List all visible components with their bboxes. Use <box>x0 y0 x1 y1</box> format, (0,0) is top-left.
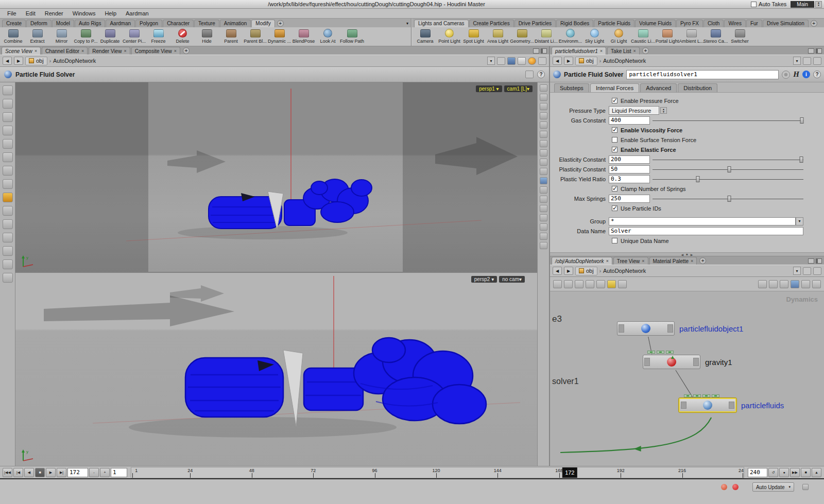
shelf-tab-polygon[interactable]: Polygon <box>135 20 162 27</box>
breadcrumb-current[interactable]: AutoDopNetwork <box>603 268 646 274</box>
node-name-label[interactable]: gravity1 <box>705 358 732 367</box>
node-name-label[interactable]: particlefluidobject1 <box>679 324 743 333</box>
tab-advanced[interactable]: Advanced <box>640 83 677 92</box>
shelf-tab-modify[interactable]: Modify <box>251 20 274 27</box>
lighting-icon[interactable] <box>540 223 547 231</box>
display-options-icon[interactable] <box>540 242 547 249</box>
shelf-tool-follow-path[interactable]: Follow Path <box>340 27 364 45</box>
node-name-label[interactable]: particlefluids <box>741 401 784 410</box>
shelf-tool-ambient-light[interactable]: Ambient L... <box>679 27 703 45</box>
close-tab-icon[interactable]: × <box>606 258 609 264</box>
take-selector[interactable]: Main <box>791 1 814 8</box>
breadcrumb-current[interactable]: AutoDopNetwork <box>603 58 646 64</box>
shelf-tool-combine[interactable]: Combine <box>1 27 25 45</box>
shelf-tool-stereo-camera[interactable]: Stereo Ca... <box>703 27 728 45</box>
color-palette-icon[interactable] <box>607 280 616 288</box>
tab-tree-view[interactable]: Tree View× <box>613 257 648 265</box>
persp-view-icon[interactable] <box>540 103 547 110</box>
unique-data-name-checkbox[interactable] <box>612 238 617 244</box>
enable-elastic-checkbox[interactable] <box>612 147 617 152</box>
play-backward-button[interactable]: ◀ <box>24 468 34 477</box>
breadcrumb[interactable]: obj <box>575 57 597 65</box>
close-tab-icon[interactable]: × <box>691 258 693 264</box>
shelf-tool-center-pivot[interactable]: Center Pi... <box>122 27 146 45</box>
path-dropdown-icon[interactable]: ▾ <box>793 267 801 275</box>
pane-layout-icon[interactable] <box>813 57 821 65</box>
current-frame-field[interactable] <box>67 468 88 477</box>
shelf-tool-camera[interactable]: Camera <box>413 27 437 45</box>
menu-help[interactable]: Help <box>100 10 121 17</box>
rotate-tool-icon[interactable] <box>3 152 13 162</box>
tab-substeps[interactable]: Substeps <box>554 83 589 92</box>
tab-scene-view[interactable]: Scene View× <box>2 47 41 55</box>
badges-icon[interactable] <box>575 280 583 288</box>
zoom-fit-icon[interactable] <box>801 280 810 288</box>
viewport-bottom[interactable]: persp2 ▾ no cam▾ y <box>15 273 537 466</box>
shelf-tool-look-at[interactable]: Look At <box>316 27 340 45</box>
close-tab-icon[interactable]: × <box>600 48 603 54</box>
network-canvas[interactable]: Dynamics e3 solver1 particlefluidobject1 <box>550 291 824 466</box>
path-dropdown-icon[interactable]: ▾ <box>793 57 801 65</box>
shelf-tool-geometry-light[interactable]: Geometry... <box>510 27 534 45</box>
range-start-field[interactable] <box>111 468 127 477</box>
loop-mode-button[interactable]: ↺ <box>768 468 778 477</box>
shelf-tool-gi-light[interactable]: GI Light <box>607 27 631 45</box>
thumbnails-icon[interactable] <box>596 280 605 288</box>
top-view-icon[interactable] <box>540 112 547 119</box>
prev-frame-button[interactable]: |◀ <box>13 468 23 477</box>
magnify-icon[interactable] <box>812 280 821 288</box>
group-dropdown-icon[interactable]: ▾ <box>796 217 803 225</box>
pressure-type-select[interactable]: Liquid Pressure <box>609 106 659 115</box>
pin-icon[interactable] <box>497 57 505 65</box>
snapshot-icon[interactable] <box>540 149 547 157</box>
node-name-input[interactable] <box>626 70 779 79</box>
back-icon[interactable]: ◀ <box>3 57 12 65</box>
playbar-options-button[interactable]: ■ <box>801 468 811 477</box>
breadcrumb-current[interactable]: AutoDopNetwork <box>53 58 96 64</box>
shelf-tab-volume-fluids[interactable]: Volume Fluids <box>635 20 676 27</box>
pin-icon[interactable] <box>803 57 811 65</box>
layout-single-icon[interactable] <box>540 84 547 92</box>
camera-menu[interactable]: no cam▾ <box>499 276 525 283</box>
shelf-tab-drive-particles[interactable]: Drive Particles <box>514 20 556 27</box>
select-tool-icon[interactable] <box>3 112 13 122</box>
wireframe-icon[interactable] <box>540 196 547 203</box>
node-particlefluids[interactable]: particlefluids <box>679 398 784 412</box>
breadcrumb[interactable]: obj <box>575 267 597 275</box>
breadcrumb-root[interactable]: obj <box>586 268 594 274</box>
playbar-expand-button[interactable]: ▲ <box>812 468 821 477</box>
stop-button[interactable]: ■ <box>35 468 45 477</box>
shelf-tool-sky-light[interactable]: Sky Light <box>582 27 607 45</box>
shelf-tool-extract[interactable]: Extract <box>25 27 49 45</box>
shelf-tab-animation[interactable]: Animation <box>220 20 251 27</box>
node-flag[interactable] <box>693 394 701 397</box>
breadcrumb-root[interactable]: obj <box>586 58 594 64</box>
shelf-tool-delete[interactable]: Delete <box>170 27 195 45</box>
shelf-tab-auto-rigs[interactable]: Auto Rigs <box>75 20 105 27</box>
close-tab-icon[interactable]: × <box>124 48 126 54</box>
close-tab-icon[interactable]: × <box>81 48 84 54</box>
snap-tool-icon[interactable] <box>3 259 13 269</box>
plasticity-constant-slider[interactable] <box>653 165 803 173</box>
menu-file[interactable]: File <box>3 10 21 17</box>
plastic-yield-ratio-field[interactable] <box>609 175 650 183</box>
use-particle-ids-checkbox[interactable] <box>612 205 617 211</box>
add-shelf-tab-icon[interactable]: + <box>277 20 284 27</box>
play-forward-button[interactable]: ▶ <box>46 468 56 477</box>
wire-style-icon[interactable] <box>780 280 788 288</box>
forward-icon[interactable]: ▶ <box>564 267 573 275</box>
bulb-icon[interactable] <box>528 57 536 65</box>
paint-tool-icon[interactable] <box>3 219 13 229</box>
shelf-tab-texture[interactable]: Texture <box>194 20 219 27</box>
timeline-ruler[interactable]: 1 24 48 72 96 120 144 168 192 216 240 17… <box>131 467 744 478</box>
pressure-type-spinner[interactable]: ▲▼ <box>660 107 667 114</box>
tab-network-autodopnetwork[interactable]: /obj/AutoDopNetwork× <box>552 257 612 265</box>
shelf-tab-create[interactable]: Create <box>2 20 26 27</box>
tab-render-view[interactable]: Render View× <box>89 47 130 55</box>
stereo-view-icon[interactable] <box>507 57 516 65</box>
shelf-tab-pyro-fx[interactable]: Pyro FX <box>676 20 703 27</box>
forward-icon[interactable]: ▶ <box>14 57 23 65</box>
scale-tool-icon[interactable] <box>3 166 13 176</box>
menu-render[interactable]: Render <box>41 10 67 17</box>
right-view-icon[interactable] <box>540 131 547 138</box>
